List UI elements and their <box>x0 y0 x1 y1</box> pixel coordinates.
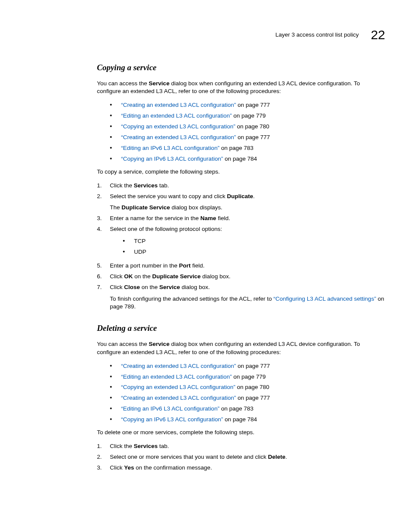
text: Click <box>110 464 124 471</box>
steps-list: Click the Services tab. Select the servi… <box>97 180 385 313</box>
step-body: The Duplicate Service dialog box display… <box>110 204 385 212</box>
text: Enter a port number in the <box>110 262 179 269</box>
xref-link[interactable]: “Editing an extended L3 ACL configuratio… <box>121 112 232 119</box>
list-item: “Editing an IPv6 L3 ACL configuration” o… <box>97 143 385 154</box>
list-item: “Copying an IPv6 L3 ACL configuration” o… <box>97 154 385 165</box>
step: Enter a name for the service in the Name… <box>97 213 385 224</box>
steps-list: Click the Services tab. Select one or mo… <box>97 441 385 473</box>
text: The <box>110 204 121 211</box>
lead-in: To delete one or more services, complete… <box>97 429 385 437</box>
bold-ok: OK <box>124 273 133 280</box>
text: on page 777 <box>236 134 270 140</box>
step: Click OK on the Duplicate Service dialog… <box>97 271 385 282</box>
text: Click the <box>110 443 134 449</box>
bold-delete: Delete <box>268 454 286 460</box>
text: Click <box>110 284 124 290</box>
text: dialog box. <box>180 284 210 290</box>
text: Click <box>110 273 124 280</box>
text: on the confirmation message. <box>134 464 212 471</box>
text: on the <box>133 273 152 280</box>
text: on page 777 <box>236 363 270 369</box>
xref-link[interactable]: “Creating an extended L3 ACL configurati… <box>121 395 236 401</box>
xref-link[interactable]: “Editing an extended L3 ACL configuratio… <box>121 373 232 380</box>
text: You can access the <box>97 341 149 347</box>
xref-link[interactable]: “Copying an extended L3 ACL configuratio… <box>121 123 235 130</box>
bold-duplicate-service: Duplicate Service <box>121 204 170 211</box>
text: Select one or more services that you wan… <box>110 454 268 460</box>
text: Select the service you want to copy and … <box>110 193 227 199</box>
text: tab. <box>158 443 169 449</box>
step: Click Yes on the confirmation message. <box>97 463 385 473</box>
list-item: TCP <box>110 236 385 247</box>
step: Select the service you want to copy and … <box>97 191 385 214</box>
list-item: “Copying an IPv6 L3 ACL configuration” o… <box>97 414 385 425</box>
xref-list: “Creating an extended L3 ACL configurati… <box>97 100 385 164</box>
xref-link[interactable]: “Copying an extended L3 ACL configuratio… <box>121 384 235 390</box>
bold-name: Name <box>200 215 216 221</box>
running-header: Layer 3 access control list policy 22 <box>275 26 385 44</box>
xref-list: “Creating an extended L3 ACL configurati… <box>97 361 385 425</box>
step: Enter a port number in the Port field. <box>97 261 385 271</box>
page: Layer 3 access control list policy 22 Co… <box>0 0 411 532</box>
xref-link[interactable]: “Creating an extended L3 ACL configurati… <box>121 102 236 108</box>
text: on page 779 <box>232 373 266 380</box>
heading-deleting-service: Deleting a service <box>97 323 385 334</box>
text: field. <box>191 262 205 269</box>
bold-service: Service <box>159 284 180 290</box>
text: on page 784 <box>223 416 257 423</box>
xref-link[interactable]: “Copying an IPv6 L3 ACL configuration” <box>121 416 223 423</box>
text: dialog box. <box>201 273 230 280</box>
chapter-number: 22 <box>371 26 385 44</box>
step-body: To finish configuring the advanced setti… <box>110 295 385 311</box>
text: on the <box>140 284 159 290</box>
bold-duplicate: Duplicate <box>227 193 253 199</box>
protocol-options: TCP UDP <box>110 236 385 258</box>
list-item: “Editing an extended L3 ACL configuratio… <box>97 372 385 383</box>
bold-duplicate-service: Duplicate Service <box>152 273 201 280</box>
text: You can access the <box>97 80 149 87</box>
list-item: UDP <box>110 247 385 258</box>
text: To finish configuring the advanced setti… <box>110 296 274 302</box>
list-item: “Copying an extended L3 ACL configuratio… <box>97 382 385 393</box>
text: on page 779 <box>232 112 266 119</box>
bold-yes: Yes <box>124 464 134 471</box>
text: on page 777 <box>236 395 270 401</box>
intro-paragraph: You can access the Service dialog box wh… <box>97 340 385 357</box>
text: on page 777 <box>236 102 270 108</box>
running-title: Layer 3 access control list policy <box>275 31 359 39</box>
xref-link[interactable]: “Editing an IPv6 L3 ACL configuration” <box>121 405 219 412</box>
text: on page 784 <box>223 156 257 162</box>
list-item: “Editing an extended L3 ACL configuratio… <box>97 111 385 121</box>
bold-service: Service <box>149 80 169 87</box>
xref-link[interactable]: “Copying an IPv6 L3 ACL configuration” <box>121 156 223 162</box>
text: Select one of the following protocol opt… <box>110 226 222 232</box>
step: Select one of the following protocol opt… <box>97 224 385 261</box>
step: Click the Services tab. <box>97 441 385 452</box>
xref-link[interactable]: “Editing an IPv6 L3 ACL configuration” <box>121 145 219 151</box>
text: . <box>285 454 287 460</box>
intro-paragraph: You can access the Service dialog box wh… <box>97 80 385 96</box>
step: Click the Services tab. <box>97 180 385 191</box>
list-item: “Creating an extended L3 ACL configurati… <box>97 393 385 404</box>
text: Click the <box>110 182 134 189</box>
list-item: “Creating an extended L3 ACL configurati… <box>97 361 385 372</box>
xref-link[interactable]: “Creating an extended L3 ACL configurati… <box>121 363 236 369</box>
page-content: Copying a service You can access the Ser… <box>97 62 385 473</box>
step: Click Close on the Service dialog box. T… <box>97 282 385 313</box>
text: dialog box displays. <box>170 204 223 211</box>
bold-service: Service <box>149 341 169 347</box>
text: on page 780 <box>235 123 269 130</box>
xref-link[interactable]: “Configuring L3 ACL advanced settings” <box>274 296 376 302</box>
xref-link[interactable]: “Creating an extended L3 ACL configurati… <box>121 134 236 140</box>
bold-services: Services <box>134 443 158 449</box>
lead-in: To copy a service, complete the followin… <box>97 168 385 176</box>
bold-port: Port <box>179 262 191 269</box>
text: Enter a name for the service in the <box>110 215 200 221</box>
text: on page 783 <box>219 405 253 412</box>
text: tab. <box>158 182 169 189</box>
text: . <box>253 193 255 199</box>
bold-services: Services <box>134 182 158 189</box>
list-item: “Creating an extended L3 ACL configurati… <box>97 100 385 111</box>
text: on page 780 <box>235 384 269 390</box>
step: Select one or more services that you wan… <box>97 452 385 463</box>
